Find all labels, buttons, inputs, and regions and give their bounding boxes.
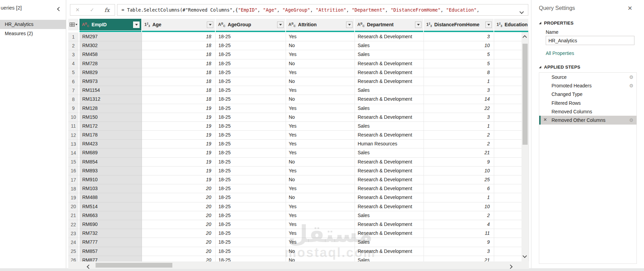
gear-icon[interactable]: ⚙ — [629, 74, 633, 80]
column-filter-button[interactable] — [133, 22, 140, 28]
table-cell[interactable]: 18-25 — [216, 95, 286, 104]
table-cell[interactable]: Research & Development — [355, 184, 424, 193]
table-cell[interactable]: 18-25 — [216, 32, 286, 41]
table-cell[interactable]: 2 — [424, 211, 494, 220]
table-cell[interactable]: 18-25 — [216, 59, 286, 68]
delete-step-icon[interactable]: ✕ — [543, 117, 547, 122]
table-cell[interactable]: 18-25 — [216, 175, 286, 184]
table-cell[interactable]: RM514 — [80, 202, 142, 211]
table-cell[interactable]: 18-25 — [216, 148, 286, 157]
table-cell[interactable]: 20 — [142, 247, 216, 256]
table-cell[interactable]: 19 — [142, 158, 216, 167]
row-number[interactable]: 17 — [68, 175, 80, 184]
table-cell[interactable]: RM178 — [80, 131, 142, 140]
collapse-triangle-icon[interactable] — [539, 22, 541, 24]
table-cell[interactable]: 2 — [424, 131, 494, 140]
fx-icon[interactable]: fx — [104, 7, 110, 13]
query-name-field[interactable] — [546, 36, 634, 45]
table-cell[interactable]: Research & Development — [355, 167, 424, 175]
table-cell[interactable]: 2 — [424, 140, 494, 148]
table-cell[interactable]: RM732 — [80, 229, 142, 238]
column-filter-button[interactable] — [415, 22, 421, 28]
table-cell[interactable]: 18 — [142, 59, 216, 68]
table-cell[interactable]: 3 — [424, 113, 494, 122]
table-cell[interactable]: 20 — [142, 229, 216, 238]
table-cell[interactable]: Sales — [355, 122, 424, 131]
column-header-empid[interactable]: ABCEmpID — [80, 19, 142, 30]
table-cell[interactable]: Sales — [355, 104, 424, 113]
table-cell[interactable]: Yes — [286, 140, 355, 148]
column-filter-button[interactable] — [207, 22, 213, 28]
table-cell[interactable]: Yes — [286, 131, 355, 140]
horizontal-scrollbar-thumb[interactable] — [96, 263, 172, 268]
table-cell[interactable]: 1 — [424, 193, 494, 202]
table-cell[interactable]: 18-25 — [216, 220, 286, 229]
table-cell[interactable]: Sales — [355, 148, 424, 157]
row-number[interactable]: 21 — [68, 211, 80, 220]
table-cell[interactable]: 18-25 — [216, 193, 286, 202]
applied-step-filtered-rows[interactable]: Filtered Rows — [539, 99, 636, 107]
table-cell[interactable]: RM488 — [80, 193, 142, 202]
table-cell[interactable]: 18-25 — [216, 184, 286, 193]
table-cell[interactable]: No — [286, 247, 355, 256]
table-cell[interactable]: 21 — [424, 148, 494, 157]
column-header-distancefromhome[interactable]: 123DistanceFromHome — [424, 19, 494, 30]
table-cell[interactable]: RM663 — [80, 211, 142, 220]
table-cell[interactable]: No — [286, 77, 355, 86]
table-cell[interactable]: 6 — [424, 184, 494, 193]
column-header-age[interactable]: 123Age — [142, 19, 216, 30]
table-cell[interactable]: Human Resources — [355, 140, 424, 148]
column-filter-button[interactable] — [346, 22, 353, 28]
table-cell[interactable]: RM1154 — [80, 86, 142, 95]
table-cell[interactable]: Research & Development — [355, 247, 424, 256]
table-cell[interactable]: 3 — [424, 32, 494, 41]
table-cell[interactable]: 18-25 — [216, 122, 286, 131]
column-filter-button[interactable] — [277, 22, 284, 28]
table-cell[interactable]: RM103 — [80, 184, 142, 193]
row-number[interactable]: 20 — [68, 202, 80, 211]
table-cell[interactable]: 20 — [142, 202, 216, 211]
table-cell[interactable]: 18-25 — [216, 68, 286, 77]
horizontal-scrollbar[interactable] — [68, 261, 529, 269]
table-cell[interactable]: No — [286, 193, 355, 202]
table-cell[interactable]: 19 — [142, 113, 216, 122]
table-cell[interactable]: Yes — [286, 32, 355, 41]
table-cell[interactable]: 18-25 — [216, 167, 286, 175]
column-header-agegroup[interactable]: ABCAgeGroup — [216, 19, 286, 30]
table-cell[interactable]: 8 — [424, 68, 494, 77]
table-cell[interactable]: 18-25 — [216, 131, 286, 140]
table-cell[interactable]: 5 — [424, 50, 494, 59]
table-cell[interactable]: 18-25 — [216, 77, 286, 86]
table-cell[interactable]: 18 — [142, 41, 216, 50]
table-cell[interactable]: 9 — [424, 238, 494, 247]
table-cell[interactable]: 10 — [424, 202, 494, 211]
row-number[interactable]: 8 — [68, 95, 80, 104]
table-cell[interactable]: Sales — [355, 238, 424, 247]
table-cell[interactable]: RM128 — [80, 104, 142, 113]
table-cell[interactable]: Yes — [286, 86, 355, 95]
table-cell[interactable]: Yes — [286, 238, 355, 247]
row-number[interactable]: 15 — [68, 158, 80, 167]
table-cell[interactable]: RM150 — [80, 113, 142, 122]
table-cell[interactable]: 18 — [142, 95, 216, 104]
table-cell[interactable]: Research & Development — [355, 158, 424, 167]
gear-icon[interactable]: ⚙ — [629, 83, 633, 88]
table-cell[interactable]: Research & Development — [355, 175, 424, 184]
select-all-columns-button[interactable] — [68, 19, 80, 30]
table-cell[interactable]: 18-25 — [216, 113, 286, 122]
scroll-right-button[interactable] — [509, 263, 512, 270]
table-cell[interactable]: Sales — [355, 50, 424, 59]
table-cell[interactable]: 9 — [424, 158, 494, 167]
table-cell[interactable]: Yes — [286, 184, 355, 193]
table-cell[interactable]: Research & Development — [355, 68, 424, 77]
formula-cancel-icon[interactable]: ✕ — [75, 7, 80, 13]
table-cell[interactable]: Research & Development — [355, 77, 424, 86]
table-cell[interactable]: Research & Development — [355, 229, 424, 238]
row-number[interactable]: 10 — [68, 113, 80, 122]
table-cell[interactable]: Yes — [286, 202, 355, 211]
row-number[interactable]: 18 — [68, 184, 80, 193]
row-number[interactable]: 6 — [68, 77, 80, 86]
applied-step-changed-type[interactable]: Changed Type — [539, 90, 636, 99]
applied-step-promoted-headers[interactable]: Promoted Headers⚙ — [539, 81, 636, 90]
row-number[interactable]: 19 — [68, 193, 80, 202]
